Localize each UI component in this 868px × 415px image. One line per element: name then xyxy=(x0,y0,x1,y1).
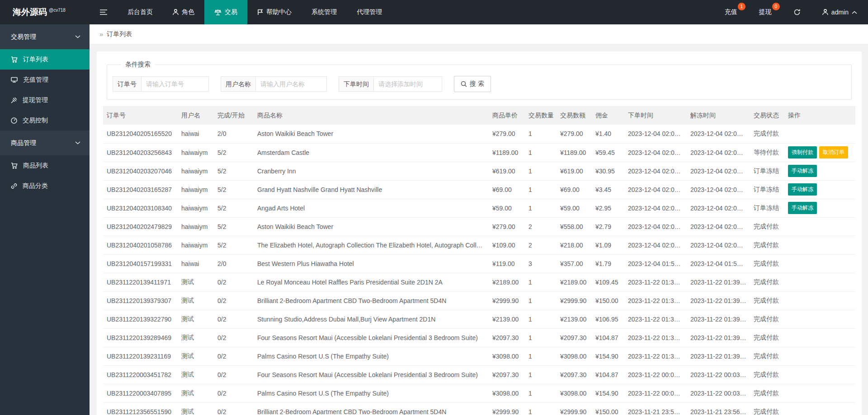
nav-item-help-center[interactable]: 帮助中心 xyxy=(247,0,302,24)
cell-commission: ¥1.09 xyxy=(592,236,624,254)
person-icon xyxy=(173,9,179,15)
gavel-icon xyxy=(11,97,17,103)
withdraw-label: 提现 xyxy=(759,8,772,16)
header-status: 交易状态 xyxy=(750,106,784,125)
cell-order-no: UB2312040157199331 xyxy=(103,254,178,273)
nav-label: 角色 xyxy=(182,8,194,16)
username-label: admin xyxy=(831,9,849,16)
search-button-label: 搜 索 xyxy=(470,80,484,88)
force-pay-button[interactable]: 强制付款 xyxy=(788,146,817,159)
cell-ratio: 0/2 xyxy=(214,402,254,415)
cell-actions xyxy=(784,273,855,291)
cell-amount: ¥2189.00 xyxy=(557,273,592,291)
cell-actions xyxy=(784,347,855,365)
brand-version: @cv718 xyxy=(49,8,66,13)
nav-label: 帮助中心 xyxy=(266,8,292,16)
cell-actions xyxy=(784,365,855,384)
order-no-field-group: 订单号 xyxy=(113,76,209,92)
cell-price: ¥2999.90 xyxy=(489,291,525,310)
nav-item-dashboard[interactable]: 后台首页 xyxy=(118,0,163,24)
header-commission: 佣金 xyxy=(592,106,624,125)
cell-price: ¥2097.30 xyxy=(489,328,525,347)
cell-order-no: UB2311220139379307 xyxy=(103,291,178,310)
nav-label: 代理管理 xyxy=(357,8,382,16)
cell-amount: ¥3098.00 xyxy=(557,384,592,402)
order-time-input[interactable] xyxy=(373,76,442,92)
table-row: UB2312040205165520haiwai2/0Aston Waikiki… xyxy=(103,125,855,143)
recharge-link[interactable]: 充值 1 xyxy=(714,0,748,24)
table-row: UB2311220139411971测试0/2Le Royal Monceau … xyxy=(103,273,855,291)
cell-qty: 1 xyxy=(525,162,557,180)
navbar-right: 充值 1 提现 0 admin xyxy=(714,0,868,24)
sidebar-group-trade-management[interactable]: 交易管理 xyxy=(0,24,90,49)
table-row: UB2312040203165287haiwaiym5/2Grand Hyatt… xyxy=(103,180,855,199)
sidebar-item-order-list[interactable]: 订单列表 xyxy=(0,49,90,70)
link-icon xyxy=(11,183,17,189)
brand-title: 海外源码 xyxy=(13,6,47,18)
sidebar-item-product-list[interactable]: 商品列表 xyxy=(0,155,90,176)
cell-order-no: UB2311220003451782 xyxy=(103,365,178,384)
cell-order-no: UB2311220139231169 xyxy=(103,347,178,365)
cell-actions: 手动解冻 xyxy=(784,162,855,180)
cell-order-time: 2023-12-04 02:03:25 xyxy=(624,143,687,162)
cell-order-time: 2023-11-22 01:39:32 xyxy=(624,310,687,328)
cell-ratio: 0/2 xyxy=(214,384,254,402)
table-row: UB2312040203108340haiwaiym5/2Angad Arts … xyxy=(103,199,855,217)
cell-unfreeze-time: 2023-12-04 02:03:05 xyxy=(687,217,750,236)
cell-amount: ¥2097.30 xyxy=(557,328,592,347)
order-no-input[interactable] xyxy=(141,76,209,92)
cell-amount: ¥2139.00 xyxy=(557,310,592,328)
sidebar-item-product-category[interactable]: 商品分类 xyxy=(0,176,90,196)
cell-qty: 2 xyxy=(525,217,557,236)
group-label: 商品管理 xyxy=(11,139,36,147)
table-row: UB2312040203207046haiwaiym5/2Cranberry I… xyxy=(103,162,855,180)
search-button[interactable]: 搜 索 xyxy=(454,76,491,92)
username-input[interactable] xyxy=(255,76,327,92)
sidebar-item-trade-control[interactable]: 交易控制 xyxy=(0,110,90,131)
cell-commission: ¥1.40 xyxy=(592,125,624,143)
cell-product: The Elizabeth Hotel, Autograph Collectio… xyxy=(254,236,489,254)
manual-unfreeze-button[interactable]: 手动解冻 xyxy=(788,183,817,196)
cell-unfreeze-time: 2023-12-04 02:03:25 xyxy=(687,143,750,162)
cell-status: 完成付款 xyxy=(750,328,784,347)
cell-price: ¥3098.00 xyxy=(489,347,525,365)
order-time-label: 下单时间 xyxy=(339,76,373,92)
cell-user: haiwai xyxy=(178,254,214,273)
sidebar-group-product-management[interactable]: 商品管理 xyxy=(0,131,90,155)
chevron-down-icon xyxy=(75,35,80,38)
cell-product: Four Seasons Resort Maui (Accessible Lok… xyxy=(254,365,489,384)
cell-qty: 1 xyxy=(525,125,557,143)
sidebar-item-recharge-management[interactable]: 充值管理 xyxy=(0,70,90,90)
nav-item-roles[interactable]: 角色 xyxy=(163,0,204,24)
sidebar-toggle-button[interactable] xyxy=(90,0,118,24)
header-price: 商品单价 xyxy=(489,106,525,125)
header-actions: 操作 xyxy=(784,106,855,125)
cell-price: ¥119.00 xyxy=(489,254,525,273)
cell-qty: 1 xyxy=(525,402,557,415)
nav-item-trade[interactable]: 交易 xyxy=(204,0,247,24)
cell-unfreeze-time: 2023-11-22 01:39:32 xyxy=(687,328,750,347)
cell-status: 完成付款 xyxy=(750,402,784,415)
header-unfreeze-time: 解冻时间 xyxy=(687,106,750,125)
cell-actions xyxy=(784,402,855,415)
order-table-body: UB2312040205165520haiwai2/0Aston Waikiki… xyxy=(103,125,855,415)
cancel-order-button[interactable]: 取消订单 xyxy=(819,146,848,159)
cell-user: 测试 xyxy=(178,291,214,310)
cell-user: haiwaiym xyxy=(178,162,214,180)
cell-status: 等待付款 xyxy=(750,143,784,162)
user-menu[interactable]: admin xyxy=(811,0,868,24)
manual-unfreeze-button[interactable]: 手动解冻 xyxy=(788,165,817,177)
nav-item-agents[interactable]: 代理管理 xyxy=(347,0,392,24)
refresh-button[interactable] xyxy=(783,0,811,24)
withdraw-badge: 0 xyxy=(772,3,780,10)
sidebar-item-withdraw-management[interactable]: 提现管理 xyxy=(0,90,90,110)
cell-ratio: 5/2 xyxy=(214,217,254,236)
cell-commission: ¥106.95 xyxy=(592,310,624,328)
nav-item-system[interactable]: 系统管理 xyxy=(302,0,347,24)
manual-unfreeze-button[interactable]: 手动解冻 xyxy=(788,202,817,214)
cell-order-time: 2023-11-22 01:39:23 xyxy=(624,347,687,365)
cell-qty: 1 xyxy=(525,273,557,291)
withdraw-link[interactable]: 提现 0 xyxy=(748,0,783,24)
cell-product: Amsterdam Castle xyxy=(254,143,489,162)
cell-unfreeze-time: 2023-11-22 01:39:37 xyxy=(687,310,750,328)
